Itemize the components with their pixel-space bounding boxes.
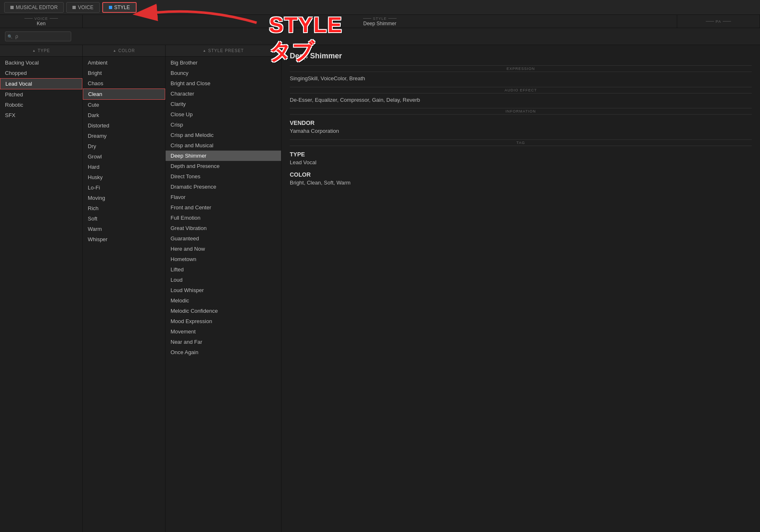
preset-item-depth-and-presence[interactable]: Depth and Presence — [166, 161, 281, 171]
color-column-header: COLOR — [83, 45, 165, 57]
preset-item-crisp[interactable]: Crisp — [166, 120, 281, 130]
style-preset-column-header: STYLE PRESET — [166, 45, 281, 57]
preset-item-deep-shimmer[interactable]: Deep Shimmer — [166, 151, 281, 161]
color-item-cute[interactable]: Cute — [83, 100, 165, 110]
color-item-dreamy[interactable]: Dreamy — [83, 131, 165, 141]
color-item-warm[interactable]: Warm — [83, 224, 165, 234]
type-item-lead-vocal[interactable]: Lead Vocal — [0, 78, 82, 89]
preset-item-lifted[interactable]: Lifted — [166, 264, 281, 275]
preset-item-front-and-center[interactable]: Front and Center — [166, 202, 281, 213]
main-content: TYPE Backing VocalChoppedLead VocalPitch… — [0, 45, 760, 532]
tab-voice-label: VOICE — [78, 5, 93, 10]
preset-item-bouncy[interactable]: Bouncy — [166, 68, 281, 78]
preset-item-loud-whisper[interactable]: Loud Whisper — [166, 285, 281, 295]
color-item-chaos[interactable]: Chaos — [83, 78, 165, 89]
top-nav: MUSICAL EDITOR VOICE STYLE — [0, 0, 760, 15]
pa-section: PA — [677, 15, 760, 28]
type-item-pitched[interactable]: Pitched — [0, 89, 82, 100]
voice-label: VOICE — [24, 17, 58, 21]
preset-item-melodic-confidence[interactable]: Melodic Confidence — [166, 306, 281, 316]
color-item-growl[interactable]: Growl — [83, 151, 165, 162]
style-preset-list: Big BrotherBouncyBright and CloseCharact… — [166, 57, 281, 532]
expression-value: SingingSkill, VoiceColor, Breath — [290, 74, 752, 83]
preset-item-movement[interactable]: Movement — [166, 326, 281, 337]
stop-icon — [10, 6, 14, 9]
style-preset-column: STYLE PRESET Big BrotherBouncyBright and… — [166, 45, 281, 532]
type-value: Lead Vocal — [290, 158, 752, 167]
color-item-whisper[interactable]: Whisper — [83, 234, 165, 244]
preset-item-mood-expression[interactable]: Mood Expression — [166, 316, 281, 326]
detail-panel: Deep Shimmer EXPRESSION SingingSkill, Vo… — [281, 45, 760, 532]
color-item-dry[interactable]: Dry — [83, 141, 165, 151]
type-key: TYPE — [290, 151, 752, 158]
type-column-header: TYPE — [0, 45, 82, 57]
preset-item-dramatic-presence[interactable]: Dramatic Presence — [166, 182, 281, 192]
stop-icon-voice — [72, 6, 76, 9]
color-item-moving[interactable]: Moving — [83, 193, 165, 203]
preset-item-near-and-far[interactable]: Near and Far — [166, 337, 281, 347]
preset-item-melodic[interactable]: Melodic — [166, 295, 281, 306]
style-label: STYLE — [363, 17, 397, 21]
preset-item-crisp-and-melodic[interactable]: Crisp and Melodic — [166, 130, 281, 140]
tag-label: TAG — [290, 139, 752, 146]
tab-style[interactable]: STYLE — [102, 2, 137, 13]
tab-voice[interactable]: VOICE — [66, 2, 99, 13]
tab-style-label: STYLE — [114, 5, 130, 10]
preset-item-great-vibration[interactable]: Great Vibration — [166, 223, 281, 233]
tab-musical-editor-label: MUSICAL EDITOR — [16, 5, 58, 10]
tab-musical-editor[interactable]: MUSICAL EDITOR — [4, 2, 64, 13]
preset-item-character[interactable]: Character — [166, 89, 281, 99]
information-label: INFORMATION — [290, 108, 752, 115]
square-icon-style — [109, 6, 112, 9]
color-item-bright[interactable]: Bright — [83, 68, 165, 78]
preset-item-direct-tones[interactable]: Direct Tones — [166, 171, 281, 182]
color-item-ambient[interactable]: Ambient — [83, 58, 165, 68]
color-list: AmbientBrightChaosCleanCuteDarkDistorted… — [83, 57, 165, 532]
preset-item-flavor[interactable]: Flavor — [166, 192, 281, 202]
preset-item-big-brother[interactable]: Big Brother — [166, 58, 281, 68]
pa-label: PA — [706, 19, 731, 24]
color-item-hard[interactable]: Hard — [83, 162, 165, 172]
voice-value: Ken — [37, 21, 46, 26]
voice-section: VOICE Ken — [0, 15, 83, 28]
preset-item-full-emotion[interactable]: Full Emotion — [166, 213, 281, 223]
vendor-key: VENDOR — [290, 120, 752, 126]
color-item-clean[interactable]: Clean — [83, 89, 165, 100]
type-item-sfx[interactable]: SFX — [0, 110, 82, 120]
color-value: Bright, Clean, Soft, Warm — [290, 179, 752, 187]
color-item-dark[interactable]: Dark — [83, 110, 165, 120]
preset-item-loud[interactable]: Loud — [166, 275, 281, 285]
preset-item-bright-and-close[interactable]: Bright and Close — [166, 78, 281, 89]
audio-effect-label: AUDIO EFFECT — [290, 87, 752, 93]
expression-label: EXPRESSION — [290, 65, 752, 72]
preset-item-crisp-and-musical[interactable]: Crisp and Musical — [166, 140, 281, 151]
second-row: VOICE Ken STYLE Deep Shimmer PA — [0, 15, 760, 28]
preset-item-clarity[interactable]: Clarity — [166, 99, 281, 109]
color-item-distorted[interactable]: Distorted — [83, 120, 165, 131]
vendor-value: Yamaha Corporation — [290, 127, 752, 135]
color-key: COLOR — [290, 171, 752, 178]
style-section: STYLE Deep Shimmer — [83, 15, 677, 28]
preset-item-here-and-now[interactable]: Here and Now — [166, 244, 281, 254]
search-row — [0, 28, 760, 45]
preset-item-once-again[interactable]: Once Again — [166, 347, 281, 357]
type-column: TYPE Backing VocalChoppedLead VocalPitch… — [0, 45, 83, 532]
type-item-backing-vocal[interactable]: Backing Vocal — [0, 58, 82, 68]
search-wrapper — [5, 31, 71, 41]
search-input[interactable] — [5, 31, 71, 41]
type-item-chopped[interactable]: Chopped — [0, 68, 82, 78]
type-list: Backing VocalChoppedLead VocalPitchedRob… — [0, 57, 82, 532]
preset-item-close-up[interactable]: Close Up — [166, 109, 281, 120]
detail-title: Deep Shimmer — [290, 52, 752, 60]
style-value: Deep Shimmer — [363, 21, 396, 26]
preset-item-hometown[interactable]: Hometown — [166, 254, 281, 264]
color-item-husky[interactable]: Husky — [83, 172, 165, 182]
type-item-robotic[interactable]: Robotic — [0, 100, 82, 110]
color-item-soft[interactable]: Soft — [83, 213, 165, 224]
color-item-lo-fi[interactable]: Lo-Fi — [83, 182, 165, 193]
preset-item-guaranteed[interactable]: Guaranteed — [166, 233, 281, 244]
color-column: COLOR AmbientBrightChaosCleanCuteDarkDis… — [83, 45, 166, 532]
color-item-rich[interactable]: Rich — [83, 203, 165, 213]
audio-effect-value: De-Esser, Equalizer, Compressor, Gain, D… — [290, 96, 752, 104]
